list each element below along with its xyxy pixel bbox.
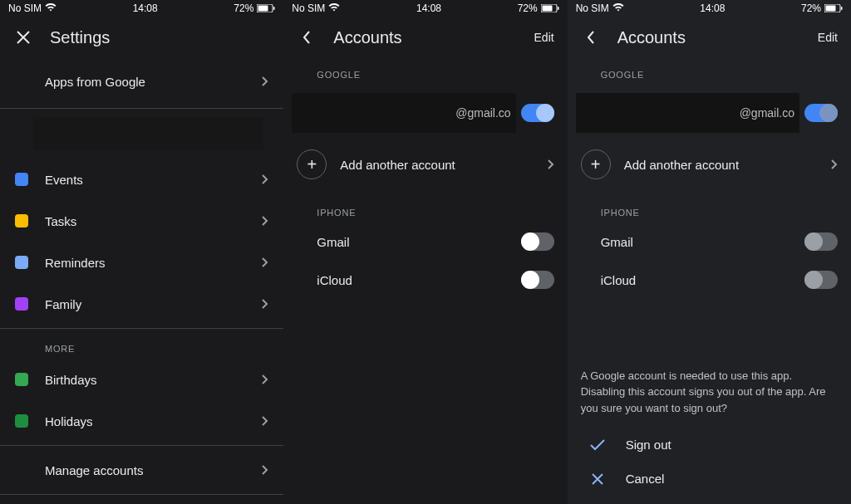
- settings-item-birthdays[interactable]: Birthdays: [0, 359, 283, 400]
- edit-button[interactable]: Edit: [818, 31, 838, 44]
- settings-item-events[interactable]: Events: [0, 159, 283, 200]
- status-bar: No SIM 14:08 72%: [283, 0, 567, 17]
- manage-accounts-row[interactable]: Manage accounts: [0, 449, 283, 491]
- status-bar: No SIM 14:08 72%: [568, 0, 851, 17]
- chevron-right-icon: [262, 374, 268, 384]
- color-swatch-icon: [15, 173, 28, 186]
- page-title: Accounts: [333, 28, 534, 47]
- account-email-redacted: @gmail.co: [576, 93, 799, 133]
- signout-label: Sign out: [626, 438, 671, 452]
- apps-from-google-row[interactable]: Apps from Google: [0, 58, 283, 105]
- google-account-row: @gmail.co: [568, 85, 851, 141]
- clock-text: 14:08: [416, 2, 441, 14]
- accounts-header: Accounts Edit: [283, 17, 567, 58]
- icloud-toggle[interactable]: [804, 271, 838, 289]
- email-suffix: @gmail.co: [455, 106, 510, 120]
- icloud-toggle[interactable]: [521, 271, 554, 289]
- back-icon[interactable]: [297, 27, 317, 47]
- wifi-icon: [612, 2, 624, 14]
- svg-rect-4: [542, 6, 552, 12]
- settings-item-reminders[interactable]: Reminders: [0, 242, 283, 283]
- google-section-header: GOOGLE: [283, 58, 567, 85]
- chevron-right-icon: [262, 416, 268, 426]
- divider: [0, 494, 283, 495]
- divider: [0, 445, 283, 446]
- email-suffix: @gmail.co: [740, 106, 794, 120]
- battery-pct: 72%: [801, 2, 821, 14]
- settings-item-tasks[interactable]: Tasks: [0, 200, 283, 242]
- account-redacted-block: [33, 117, 263, 150]
- check-icon: [588, 439, 608, 451]
- svg-rect-1: [258, 6, 268, 12]
- plus-icon: +: [581, 149, 611, 179]
- add-account-label: Add another account: [340, 158, 547, 172]
- iphone-account-label: iCloud: [317, 273, 520, 287]
- chevron-right-icon: [262, 76, 268, 86]
- settings-item-family[interactable]: Family: [0, 283, 283, 325]
- iphone-account-icloud: iCloud: [283, 261, 567, 299]
- cancel-button[interactable]: Cancel: [581, 462, 838, 496]
- more-section-header: MORE: [0, 332, 283, 359]
- chevron-right-icon: [262, 257, 268, 267]
- google-account-toggle[interactable]: [804, 104, 838, 122]
- wifi-icon: [328, 2, 340, 14]
- svg-rect-7: [825, 6, 835, 12]
- chevron-right-icon: [548, 159, 554, 169]
- iphone-account-gmail: Gmail: [568, 223, 851, 261]
- about-row[interactable]: About: [0, 498, 283, 504]
- google-account-toggle[interactable]: [521, 104, 554, 122]
- item-label: Birthdays: [45, 373, 262, 387]
- item-label: Family: [45, 297, 262, 311]
- google-account-row: @gmail.co: [283, 85, 567, 141]
- battery-pct: 72%: [234, 2, 253, 14]
- color-swatch-icon: [15, 214, 28, 228]
- close-icon: [588, 473, 608, 485]
- svg-rect-2: [273, 7, 275, 10]
- iphone-section-header: IPHONE: [283, 196, 567, 223]
- chevron-right-icon: [262, 174, 268, 184]
- carrier-text: No SIM: [576, 2, 609, 14]
- carrier-text: No SIM: [8, 2, 42, 14]
- gmail-toggle[interactable]: [521, 232, 554, 251]
- battery-icon: [824, 4, 843, 12]
- status-bar: No SIM 14:08 72%: [0, 0, 283, 17]
- item-label: Tasks: [45, 214, 262, 228]
- google-section-header: GOOGLE: [568, 58, 851, 85]
- iphone-account-gmail: Gmail: [283, 223, 567, 261]
- item-label: Holidays: [45, 414, 262, 428]
- chevron-right-icon: [262, 216, 268, 226]
- close-icon[interactable]: [13, 27, 33, 47]
- settings-item-holidays[interactable]: Holidays: [0, 400, 283, 442]
- divider: [0, 328, 283, 329]
- iphone-account-label: iCloud: [601, 273, 804, 287]
- color-swatch-icon: [15, 414, 28, 428]
- chevron-right-icon: [831, 159, 838, 169]
- divider: [0, 108, 283, 109]
- add-account-label: Add another account: [624, 158, 831, 172]
- color-swatch-icon: [15, 256, 28, 269]
- iphone-section-header: IPHONE: [568, 196, 851, 223]
- apps-from-google-label: Apps from Google: [45, 75, 262, 89]
- clock-text: 14:08: [700, 2, 725, 14]
- plus-icon: +: [297, 149, 327, 179]
- carrier-text: No SIM: [292, 2, 325, 14]
- back-icon[interactable]: [581, 27, 601, 47]
- account-email-redacted: @gmail.co: [292, 93, 515, 133]
- item-label: Manage accounts: [45, 463, 262, 477]
- settings-header: Settings: [0, 17, 283, 58]
- item-label: Reminders: [45, 256, 262, 270]
- edit-button[interactable]: Edit: [534, 31, 554, 44]
- add-account-row[interactable]: + Add another account: [568, 141, 851, 188]
- iphone-account-icloud: iCloud: [568, 261, 851, 299]
- add-account-row[interactable]: + Add another account: [283, 141, 567, 188]
- page-title: Settings: [50, 28, 270, 47]
- iphone-account-label: Gmail: [317, 235, 520, 249]
- item-label: Events: [45, 173, 262, 187]
- battery-icon: [541, 4, 559, 12]
- sheet-message: A Google account is needed to use this a…: [581, 368, 838, 417]
- signout-button[interactable]: Sign out: [581, 428, 838, 462]
- color-swatch-icon: [15, 297, 28, 311]
- cancel-label: Cancel: [626, 472, 665, 486]
- gmail-toggle[interactable]: [804, 232, 838, 251]
- iphone-account-label: Gmail: [601, 235, 804, 249]
